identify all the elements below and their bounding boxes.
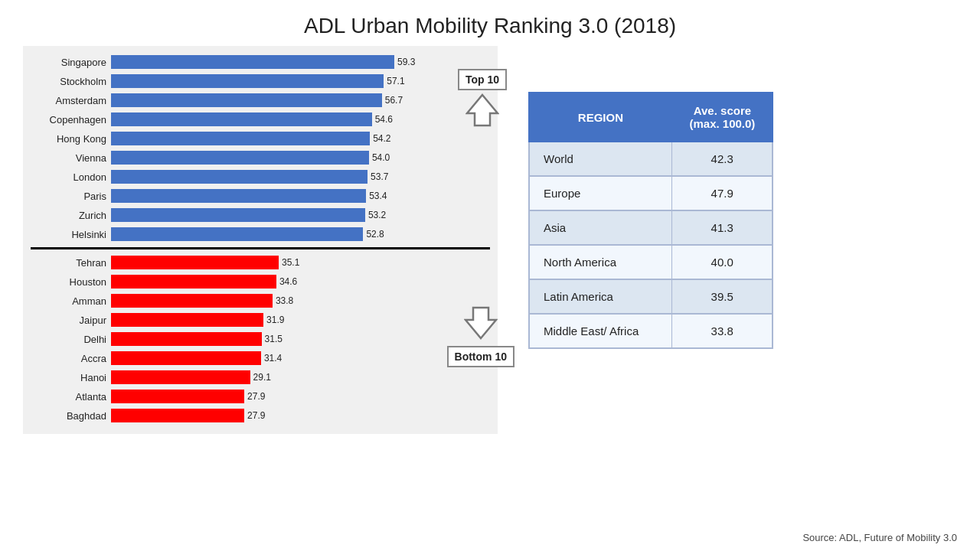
table-row: World42.3 xyxy=(529,142,773,176)
table-row: Europe47.9 xyxy=(529,176,773,210)
bar xyxy=(111,409,244,422)
city-label: Amsterdam xyxy=(31,95,111,106)
city-label: Stockholm xyxy=(31,76,111,87)
table-row: Middle East/ Africa33.8 xyxy=(529,314,773,348)
table-row: Hong Kong54.2 xyxy=(31,130,490,147)
table-row: Paris53.4 xyxy=(31,187,490,204)
table-row: Accra31.4 xyxy=(31,350,490,367)
table-row: Helsinki52.8 xyxy=(31,226,490,243)
city-label: Accra xyxy=(31,353,111,364)
table-row: Singapore59.3 xyxy=(31,54,490,70)
city-label: Tehran xyxy=(31,257,111,269)
table-row: Amman33.8 xyxy=(31,292,490,309)
bar xyxy=(111,390,244,403)
table-row: Atlanta27.9 xyxy=(31,388,490,405)
city-label: Helsinki xyxy=(31,229,111,240)
bar-value: 54.0 xyxy=(372,152,390,163)
bar xyxy=(111,151,369,165)
bar xyxy=(111,112,372,126)
city-label: Paris xyxy=(31,191,111,202)
region-table: REGION Ave. score(max. 100.0) World42.3E… xyxy=(528,92,773,349)
down-arrow-icon xyxy=(464,306,498,340)
region-cell: Europe xyxy=(529,176,672,210)
region-cell: Middle East/ Africa xyxy=(529,314,672,348)
score-cell: 39.5 xyxy=(672,279,773,314)
table-row: Stockholm57.1 xyxy=(31,73,490,90)
bar-value: 31.5 xyxy=(265,334,283,344)
bar-chart: Singapore59.3Stockholm57.1Amsterdam56.7C… xyxy=(23,46,498,434)
city-label: Jaipur xyxy=(31,315,111,326)
bar xyxy=(111,351,261,365)
bar-value: 53.7 xyxy=(371,171,388,182)
table-row: Jaipur31.9 xyxy=(31,311,490,328)
bar-value: 54.2 xyxy=(373,133,390,144)
city-label: Houston xyxy=(31,276,111,288)
score-cell: 40.0 xyxy=(672,245,773,279)
bar xyxy=(111,208,365,222)
table-row: Zurich53.2 xyxy=(31,207,490,223)
bar xyxy=(111,332,262,346)
city-label: Zurich xyxy=(31,210,111,221)
svg-marker-1 xyxy=(466,308,496,338)
score-cell: 33.8 xyxy=(672,314,773,348)
bar xyxy=(111,55,394,69)
table-row: Tehran35.1 xyxy=(31,254,490,271)
bottom10-label: Bottom 10 xyxy=(447,346,514,367)
region-cell: Latin America xyxy=(529,279,672,314)
table-row: North America40.0 xyxy=(529,245,773,279)
table-row: Baghdad27.9 xyxy=(31,407,490,424)
table-row: Latin America39.5 xyxy=(529,279,773,314)
bar-value: 31.9 xyxy=(266,315,284,325)
table-row: Copenhagen54.6 xyxy=(31,111,490,128)
svg-marker-0 xyxy=(467,95,498,126)
top10-label: Top 10 xyxy=(458,69,507,90)
bar-value: 27.9 xyxy=(247,410,265,421)
bar xyxy=(111,256,279,269)
bar-value: 56.7 xyxy=(385,95,403,106)
table-row: London53.7 xyxy=(31,168,490,185)
bar xyxy=(111,370,250,384)
table-row: Hanoi29.1 xyxy=(31,369,490,386)
table-header-score: Ave. score(max. 100.0) xyxy=(672,93,773,142)
bar xyxy=(111,313,263,327)
bar-value: 31.4 xyxy=(264,353,282,364)
bar-value: 53.4 xyxy=(369,191,387,201)
up-arrow-icon xyxy=(466,93,499,127)
bar xyxy=(111,170,368,184)
table-row: Vienna54.0 xyxy=(31,149,490,166)
city-label: Atlanta xyxy=(31,391,111,403)
bar xyxy=(111,74,384,88)
table-row: Asia41.3 xyxy=(529,210,773,245)
bar-value: 33.8 xyxy=(276,295,293,306)
score-cell: 47.9 xyxy=(672,176,773,210)
table-row: Delhi31.5 xyxy=(31,331,490,347)
bar xyxy=(111,132,370,145)
table-row: Houston34.6 xyxy=(31,273,490,290)
city-label: Amman xyxy=(31,295,111,307)
bar xyxy=(111,189,366,203)
chart-area: Singapore59.3Stockholm57.1Amsterdam56.7C… xyxy=(23,46,498,434)
city-label: Delhi xyxy=(31,334,111,345)
city-label: Copenhagen xyxy=(31,114,111,126)
page-title: ADL Urban Mobility Ranking 3.0 (2018) xyxy=(0,0,980,46)
bar-value: 27.9 xyxy=(247,391,265,402)
bar xyxy=(111,294,273,308)
bar-value: 35.1 xyxy=(282,257,299,268)
score-cell: 41.3 xyxy=(672,210,773,245)
table-header-region: REGION xyxy=(529,93,672,142)
top10-annotation: Top 10 xyxy=(458,69,507,130)
bar-value: 34.6 xyxy=(279,276,297,287)
chart-divider xyxy=(31,247,490,249)
table-row: Amsterdam56.7 xyxy=(31,92,490,109)
bar xyxy=(111,227,363,241)
bar xyxy=(111,93,382,107)
city-label: Hanoi xyxy=(31,372,111,383)
bar-value: 53.2 xyxy=(368,210,386,220)
region-cell: North America xyxy=(529,245,672,279)
city-label: London xyxy=(31,171,111,183)
city-label: Hong Kong xyxy=(31,133,111,145)
region-cell: World xyxy=(529,142,672,176)
bar-value: 57.1 xyxy=(387,76,404,86)
bar-value: 29.1 xyxy=(253,372,271,383)
source-text: Source: ADL, Future of Mobility 3.0 xyxy=(802,532,957,543)
